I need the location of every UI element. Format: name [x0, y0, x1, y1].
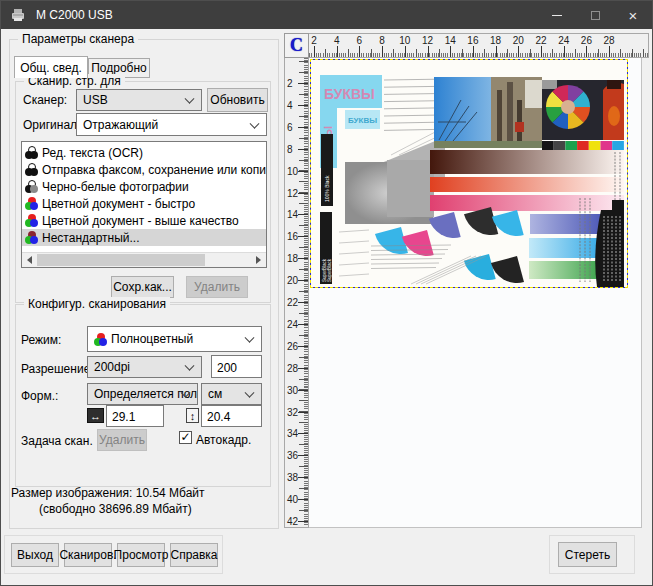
profile-color-icon: [25, 163, 38, 176]
scroll-right-icon[interactable]: [251, 253, 266, 267]
ruler-number: 6: [357, 35, 363, 46]
ruler-number: 24: [558, 35, 569, 46]
scrollbar-thumb[interactable]: [37, 254, 205, 266]
ruler-number: 2: [311, 35, 317, 46]
list-item-label: Отправка факсом, сохранение или копирова…: [42, 163, 266, 177]
list-item[interactable]: Нестандартный...: [22, 229, 266, 246]
ruler-number: 14: [287, 209, 298, 220]
width-icon: ↔: [87, 408, 104, 423]
ruler-number: 10: [399, 35, 410, 46]
scanner-dialog-window: { "window": { "title": "M C2000 USB" }, …: [0, 0, 653, 586]
chevron-down-icon: [185, 361, 195, 371]
original-label: Оригинал:: [23, 118, 80, 132]
list-item-label: Ред. текста (OCR): [42, 146, 143, 160]
format-select[interactable]: Определяется пользователем: [87, 383, 198, 405]
ruler-number: 8: [379, 35, 385, 46]
ruler-number: 38: [287, 472, 298, 483]
scan-button[interactable]: Сканиров.: [64, 543, 112, 567]
ruler-number: 36: [287, 450, 298, 461]
selection-marching-ants: [310, 59, 628, 288]
chevron-down-icon: [245, 388, 255, 398]
chevron-down-icon: [250, 118, 260, 128]
autocrop-checkbox[interactable]: ✓: [179, 431, 192, 444]
ruler-number: 14: [445, 35, 456, 46]
ruler-number: 42: [287, 516, 298, 527]
scan-config-title: Конфигур. сканирования: [24, 297, 170, 311]
scroll-left-icon[interactable]: [22, 253, 37, 267]
profile-color-icon: [25, 214, 38, 227]
list-item-label: Черно-белые фотографии: [42, 180, 189, 194]
scanner-label: Сканер:: [23, 93, 67, 107]
scanner-params-title: Параметры сканера: [18, 32, 138, 46]
chevron-down-icon: [185, 94, 195, 104]
ruler-number: 28: [604, 35, 615, 46]
list-item-label: Цветной документ - выше качество: [42, 214, 239, 228]
ruler-number: 32: [287, 406, 298, 417]
unit-select[interactable]: см: [201, 383, 262, 405]
ruler-number: 6: [287, 121, 293, 132]
list-item-label: Цветной документ - быстро: [42, 197, 195, 211]
ruler-number: 30: [287, 384, 298, 395]
ruler-number: 16: [467, 35, 478, 46]
erase-button[interactable]: Стереть: [558, 542, 617, 567]
scan-preview-area[interactable]: БУКВЫ БУКВЫ БУКВЫ БУКВЫ 100% Black Super…: [309, 58, 642, 528]
color-mode-icon: [94, 333, 107, 346]
ruler-number: 24: [287, 318, 298, 329]
ruler-number: 20: [513, 35, 524, 46]
profile-color-icon: [25, 180, 38, 193]
ruler-number: 26: [287, 340, 298, 351]
ruler-number: 12: [287, 187, 298, 198]
scanner-app-icon: [10, 7, 26, 23]
maximize-button[interactable]: [576, 1, 614, 29]
ruler-number: 10: [287, 165, 298, 176]
refresh-button[interactable]: Обновить: [207, 88, 268, 112]
list-item[interactable]: Цветной документ - выше качество: [22, 212, 266, 229]
original-select[interactable]: Отражающий: [76, 113, 267, 136]
vertical-ruler: 24681012141618202224262830323436384042: [284, 58, 309, 528]
list-horizontal-scrollbar[interactable]: [22, 252, 266, 267]
mode-select[interactable]: Полноцветный: [87, 326, 262, 352]
exit-button[interactable]: Выход: [11, 543, 59, 567]
list-item[interactable]: Отправка факсом, сохранение или копирова…: [22, 161, 266, 178]
ruler-number: 4: [334, 35, 340, 46]
ruler-number: 22: [287, 297, 298, 308]
ruler-number: 22: [535, 35, 546, 46]
ruler-number: 18: [287, 253, 298, 264]
width-input[interactable]: [106, 405, 164, 427]
list-item[interactable]: Цветной документ - быстро: [22, 195, 266, 212]
minimize-button[interactable]: [538, 1, 576, 29]
resolution-input[interactable]: [211, 355, 262, 378]
help-button[interactable]: Справка: [170, 543, 218, 567]
resolution-label: Разрешение:: [21, 362, 94, 376]
list-item[interactable]: Ред. текста (OCR): [22, 144, 266, 161]
scan-purpose-list[interactable]: Ред. текста (OCR)Отправка факсом, сохран…: [21, 141, 267, 268]
list-item-label: Нестандартный...: [42, 231, 140, 245]
scan-task-label: Задача скан.: [21, 434, 93, 448]
resolution-select[interactable]: 200dpi: [87, 356, 202, 378]
ruler-number: 8: [287, 143, 293, 154]
ruler-number: 16: [287, 231, 298, 242]
scanner-select[interactable]: USB: [76, 89, 202, 111]
ruler-number: 26: [581, 35, 592, 46]
save-as-button[interactable]: Сохр.как...: [111, 276, 174, 298]
close-button[interactable]: ×: [614, 1, 652, 29]
selection-rectangle[interactable]: БУКВЫ БУКВЫ БУКВЫ БУКВЫ 100% Black Super…: [310, 59, 628, 288]
horizontal-ruler: 246810121416182022242628: [309, 33, 649, 58]
ruler-number: 34: [287, 428, 298, 439]
ruler-number: 2: [287, 78, 293, 89]
ruler-number: 20: [287, 275, 298, 286]
preview-button[interactable]: Просмотр: [117, 543, 165, 567]
delete-task-button: Удалить: [97, 429, 147, 451]
list-item[interactable]: Черно-белые фотографии: [22, 178, 266, 195]
ruler-number: 12: [422, 35, 433, 46]
height-input[interactable]: [201, 405, 262, 427]
profile-color-icon: [25, 197, 38, 210]
ruler-number: 28: [287, 362, 298, 373]
ruler-number: 40: [287, 494, 298, 505]
tab-general[interactable]: Общ. свед.: [14, 56, 88, 78]
free-space-status: (свободно 38696.89 Мбайт): [39, 502, 192, 516]
profile-color-icon: [25, 231, 38, 244]
ruler-corner-logo-button[interactable]: C: [284, 33, 309, 58]
chevron-down-icon: [245, 333, 255, 343]
autocrop-label: Автокадр.: [196, 433, 251, 447]
